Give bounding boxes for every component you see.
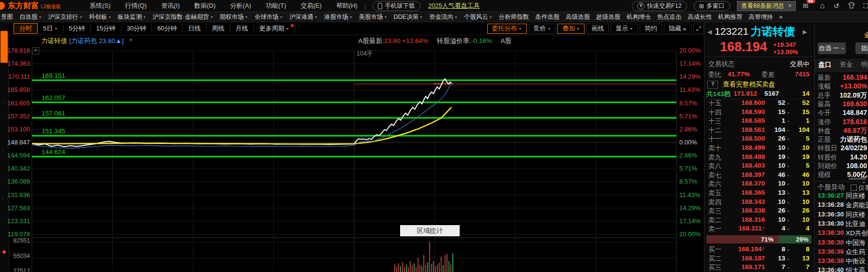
nav-item-16[interactable]: 高级选股 xyxy=(566,13,590,21)
sell-row-6[interactable]: 卖九168.4981919 xyxy=(704,153,814,162)
tool-2[interactable]: 叠加▼ xyxy=(557,24,584,34)
overlay-close-icon[interactable]: × xyxy=(129,36,133,43)
yidong-row-4[interactable]: 13:36:30XD共创 xyxy=(815,229,868,238)
nav-item-12[interactable]: 资金流向▼ xyxy=(429,13,458,21)
fullscreen-icon[interactable]: ⤢ xyxy=(693,24,704,34)
yidong-row-1[interactable]: 13:36:28金房能源 xyxy=(815,201,868,210)
sell-row-13[interactable]: 卖二168.3161010 xyxy=(704,216,814,225)
tool-0[interactable]: 委托分布▼ xyxy=(487,24,527,34)
remind-button[interactable]: 提醒 xyxy=(855,43,868,54)
undo-icon[interactable]: ↺ xyxy=(833,2,839,10)
nav-item-22[interactable]: 高管增持 xyxy=(748,13,773,21)
tool-1[interactable]: 竞价▼ xyxy=(529,24,556,34)
next-stock-icon[interactable]: ▶ xyxy=(803,29,807,35)
watchlist-button[interactable]: 自选 一 ▼ xyxy=(818,43,846,54)
sell-row-1[interactable]: 十四168.5901515 xyxy=(704,108,814,117)
tool-3[interactable]: 画线 xyxy=(586,24,609,34)
nav-item-0[interactable]: 景图 xyxy=(1,13,13,21)
sell-row-4[interactable]: 十一168.500265 xyxy=(704,135,814,144)
sell-row-7[interactable]: 卖八168.403105 xyxy=(704,162,814,171)
skin-icon[interactable] xyxy=(848,2,855,10)
nav-item-7[interactable]: 全球市场▼ xyxy=(254,13,283,21)
nav-item-11[interactable]: DDE决策▼ xyxy=(394,13,423,21)
sell-row-11[interactable]: 卖四168.3431010 xyxy=(704,198,814,207)
overlay-tag[interactable]: [力诺药包 23.80▲] xyxy=(69,37,123,45)
sell-row-3[interactable]: 十二168.561104104 xyxy=(704,126,814,135)
nav-item-23[interactable]: » xyxy=(779,14,782,20)
sell-row-5[interactable]: 卖十168.4991010 xyxy=(704,144,814,153)
yidong-row-8[interactable]: 13:36:40恒大高 xyxy=(815,266,868,272)
period-tab-4[interactable]: 30分钟 xyxy=(121,24,152,33)
nav-item-20[interactable]: 高成长性 xyxy=(688,13,712,21)
mini-scrollbar[interactable] xyxy=(849,178,866,180)
full-depth-link[interactable]: 查看完整档买卖盘 xyxy=(723,80,775,89)
yidong-filter-checkbox[interactable] xyxy=(851,185,857,191)
period-tab-7[interactable]: 周线 xyxy=(207,24,230,33)
nav-item-2[interactable]: 沪深京排行▼ xyxy=(48,13,82,21)
yidong-row-0[interactable]: 13:36:27同庆楼 xyxy=(815,192,868,201)
menu-item-1[interactable]: 行情(Q) xyxy=(125,1,147,10)
tool-4[interactable]: 显示▼ xyxy=(611,24,638,34)
notice-toast[interactable]: 查看68条新消息 × xyxy=(737,1,796,11)
sell-row-2[interactable]: 十三168.58511 xyxy=(704,117,814,126)
nav-item-14[interactable]: 分析师指数 xyxy=(499,13,529,21)
nav-item-4[interactable]: 板块监测▼ xyxy=(118,13,146,21)
clipped-icon[interactable]: ⛶ xyxy=(863,2,868,10)
nav-item-21[interactable]: 机构推荐 xyxy=(718,13,742,21)
notice-close-icon[interactable]: × xyxy=(788,2,792,9)
sell-row-0[interactable]: 十五168.6005252 xyxy=(704,99,814,108)
nav-item-10[interactable]: 美股市场▼ xyxy=(359,13,388,21)
period-tab-6[interactable]: 日线 xyxy=(183,24,207,33)
sell-row-10[interactable]: 卖五168.3651313 xyxy=(704,189,814,198)
period-tab-9[interactable]: 更多周期▼ xyxy=(254,24,295,33)
quick-trade-button[interactable]: ¥ 快速交易F12 xyxy=(632,1,687,11)
nav-item-18[interactable]: 机构增仓 xyxy=(627,13,651,21)
nav-item-3[interactable]: 科创板▼ xyxy=(89,13,111,21)
home-icon[interactable]: ⌂ xyxy=(820,1,825,10)
crosshair-tool-icon[interactable]: + xyxy=(32,47,39,55)
period-tab-8[interactable]: 月线 xyxy=(230,24,254,33)
region-stat-button[interactable]: 区域统计 xyxy=(400,225,460,236)
sell-row-9[interactable]: 卖六168.3701010 xyxy=(704,180,814,189)
intraday-chart[interactable]: + 104手 区域统计 178.616174.363170.111165.858… xyxy=(0,46,704,272)
tool-6[interactable]: 隐藏» xyxy=(664,24,691,34)
yidong-row-6[interactable]: 13:36:36众生药 xyxy=(815,248,868,257)
menu-item-7[interactable]: 帮助(H) xyxy=(336,1,358,10)
nav-item-8[interactable]: 沪深港通▼ xyxy=(289,13,318,21)
sell-row-14[interactable]: 卖一168.311↑44 xyxy=(704,225,814,234)
sell-row-8[interactable]: 卖七168.3974646 xyxy=(704,171,814,180)
quote-tab-1[interactable]: 资金 xyxy=(838,59,854,71)
menu-item-6[interactable]: 交易(E) xyxy=(301,1,322,10)
buy-row-0[interactable]: 买一168.194↑88 xyxy=(704,245,814,255)
period-tab-0[interactable]: 分时 xyxy=(14,23,38,34)
prev-stock-icon[interactable]: ◀ xyxy=(707,29,712,35)
menu-item-0[interactable]: 系统(S) xyxy=(90,1,110,10)
nav-item-1[interactable]: 自选股▼ xyxy=(19,13,42,21)
nav-item-6[interactable]: 期权市场▼ xyxy=(220,13,248,21)
quote-tab-2[interactable]: 明细 xyxy=(859,59,868,71)
buy-row-2[interactable]: 买三168.17177 xyxy=(704,263,814,272)
nav-item-5[interactable]: 沪深京指数·金融期货▼ xyxy=(152,13,213,21)
nav-item-13[interactable]: 个股风云▼ xyxy=(464,13,493,21)
yidong-row-7[interactable]: 13:36:38中衡设 xyxy=(815,257,868,266)
yidong-row-2[interactable]: 13:36:30同庆楼 xyxy=(815,211,868,220)
menu-item-3[interactable]: 数据(D) xyxy=(195,1,216,10)
menu-item-5[interactable]: 功能(T) xyxy=(266,1,286,10)
yidong-row-5[interactable]: 13:36:30中国海 xyxy=(815,239,868,248)
period-tab-1[interactable]: 5日▼ xyxy=(38,24,63,33)
sell-row-12[interactable]: 卖三168.3382626 xyxy=(704,207,814,216)
multi-window-button[interactable]: ⊞ 多窗口 xyxy=(694,1,730,11)
yidong-row-3[interactable]: 13:36:30比亚迪 xyxy=(815,220,868,229)
period-tab-5[interactable]: 60分钟 xyxy=(152,24,182,33)
period-tab-3[interactable]: 15分钟 xyxy=(90,24,121,33)
nav-item-9[interactable]: 港股市场▼ xyxy=(324,13,353,21)
promo-link[interactable]: 2025人气看盘工具 xyxy=(428,1,480,10)
period-tab-2[interactable]: 5分钟 xyxy=(63,24,90,33)
mobile-download-button[interactable]: 手机版下载 xyxy=(373,1,420,11)
nav-item-19[interactable]: 热点追击 xyxy=(657,13,681,21)
tool-5[interactable]: 简约 xyxy=(640,24,662,34)
quote-tab-0[interactable]: 盘口 xyxy=(817,59,833,71)
help-icon[interactable]: ? xyxy=(707,81,718,89)
buy-row-1[interactable]: 买二168.1871313 xyxy=(704,255,814,264)
menu-item-4[interactable]: 分析(A) xyxy=(230,1,251,10)
